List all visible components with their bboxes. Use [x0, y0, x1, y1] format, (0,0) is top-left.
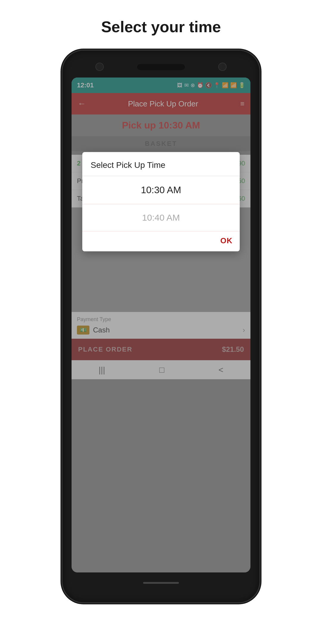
dialog-actions: OK	[82, 231, 240, 251]
dialog-title: Select Pick Up Time	[82, 152, 240, 176]
dialog-box: Select Pick Up Time 10:30 AM 10:40 AM OK	[82, 152, 240, 251]
time-option-1040[interactable]: 10:40 AM	[82, 204, 240, 231]
page-title: Select your time	[101, 18, 221, 36]
time-value-unselected: 10:40 AM	[142, 213, 180, 222]
phone-bottom	[72, 572, 250, 593]
ok-button[interactable]: OK	[220, 236, 233, 245]
camera-right-icon	[218, 63, 227, 71]
home-indicator	[143, 582, 179, 584]
speaker-bar	[137, 64, 185, 70]
phone-top	[72, 60, 250, 78]
phone-screen: 12:01 🖼 ✉ ⊗ ⏰ 🔇 📍 📶 📶 🔋 ← Place Pick Up …	[72, 78, 250, 572]
camera-left-icon	[95, 63, 104, 71]
phone-frame: 12:01 🖼 ✉ ⊗ ⏰ 🔇 📍 📶 📶 🔋 ← Place Pick Up …	[63, 51, 259, 602]
time-value-selected: 10:30 AM	[141, 185, 181, 195]
dialog-overlay: Select Pick Up Time 10:30 AM 10:40 AM OK	[72, 78, 250, 572]
time-option-1030[interactable]: 10:30 AM	[82, 176, 240, 204]
